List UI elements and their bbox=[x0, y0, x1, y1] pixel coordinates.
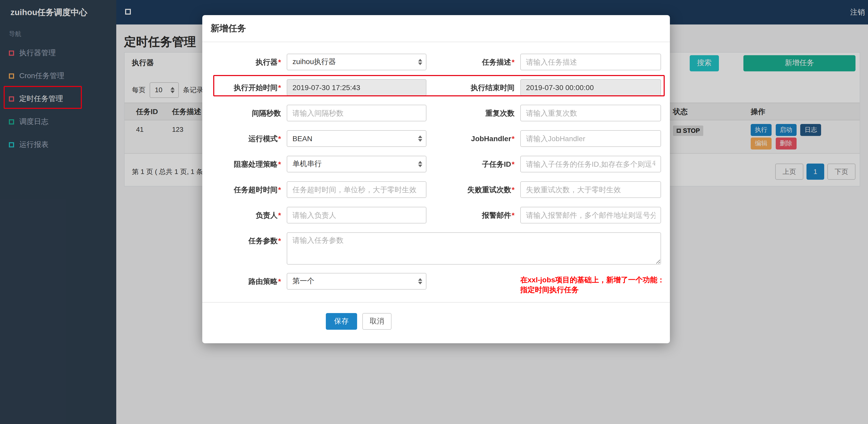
cancel-button[interactable]: 取消 bbox=[362, 313, 392, 330]
author-label: 负责人* bbox=[202, 207, 287, 224]
route-strategy-label: 路由策略* bbox=[202, 273, 287, 290]
executor-select-value: zuihou执行器 bbox=[292, 57, 336, 67]
add-job-modal: 新增任务 执行器* zuihou执行器 任务描述* 执行开始时间* 执行结束时间… bbox=[202, 15, 670, 343]
repeat-count-input[interactable] bbox=[520, 105, 661, 121]
job-desc-label: 任务描述* bbox=[427, 54, 520, 70]
glue-type-select[interactable]: BEAN bbox=[287, 130, 427, 147]
job-handler-input[interactable] bbox=[520, 130, 661, 147]
modal-footer: 保存 取消 bbox=[202, 303, 670, 330]
interval-input[interactable] bbox=[287, 105, 427, 121]
route-strategy-select-value: 第一个 bbox=[292, 276, 314, 286]
end-time-label: 执行结束时间 bbox=[427, 79, 520, 96]
glue-type-label: 运行模式* bbox=[202, 130, 287, 147]
select-arrows-icon bbox=[418, 278, 422, 284]
start-time-label: 执行开始时间* bbox=[202, 79, 287, 96]
child-job-label: 子任务ID* bbox=[427, 156, 520, 172]
select-arrows-icon bbox=[418, 59, 422, 65]
alarm-email-input[interactable] bbox=[520, 207, 661, 224]
start-time-input[interactable] bbox=[287, 79, 427, 96]
glue-type-select-value: BEAN bbox=[292, 134, 312, 143]
timeout-input[interactable] bbox=[287, 181, 427, 198]
save-button[interactable]: 保存 bbox=[326, 313, 357, 330]
job-handler-label: JobHandler* bbox=[427, 130, 520, 147]
block-strategy-select-value: 单机串行 bbox=[292, 159, 322, 169]
author-input[interactable] bbox=[287, 207, 427, 224]
route-strategy-select[interactable]: 第一个 bbox=[287, 273, 427, 290]
alarm-email-label: 报警邮件* bbox=[427, 207, 520, 224]
block-strategy-select[interactable]: 单机串行 bbox=[287, 156, 427, 172]
job-param-label: 任务参数* bbox=[202, 232, 287, 265]
block-strategy-label: 阻塞处理策略* bbox=[202, 156, 287, 172]
executor-label: 执行器* bbox=[202, 54, 287, 70]
repeat-count-label: 重复次数 bbox=[427, 105, 520, 121]
modal-title: 新增任务 bbox=[202, 15, 670, 42]
end-time-input[interactable] bbox=[520, 79, 661, 96]
job-desc-input[interactable] bbox=[520, 54, 661, 70]
feature-note: 在xxl-jobs项目的基础上，新增了一个功能： 指定时间执行任务 bbox=[520, 273, 665, 290]
app-root: zuihou任务调度中心 注销 导航 执行器管理 Cron任务管理 定时任务管理… bbox=[0, 0, 868, 424]
executor-select[interactable]: zuihou执行器 bbox=[287, 54, 427, 70]
timeout-label: 任务超时时间* bbox=[202, 181, 287, 198]
select-arrows-icon bbox=[418, 135, 422, 142]
fail-retry-label: 失败重试次数* bbox=[427, 181, 520, 198]
job-param-textarea[interactable] bbox=[287, 232, 661, 265]
interval-label: 间隔秒数 bbox=[202, 105, 287, 121]
add-job-form: 执行器* zuihou执行器 任务描述* 执行开始时间* 执行结束时间 间隔秒数… bbox=[202, 42, 670, 290]
select-arrows-icon bbox=[418, 161, 422, 167]
fail-retry-input[interactable] bbox=[520, 181, 661, 198]
child-job-input[interactable] bbox=[520, 156, 661, 172]
